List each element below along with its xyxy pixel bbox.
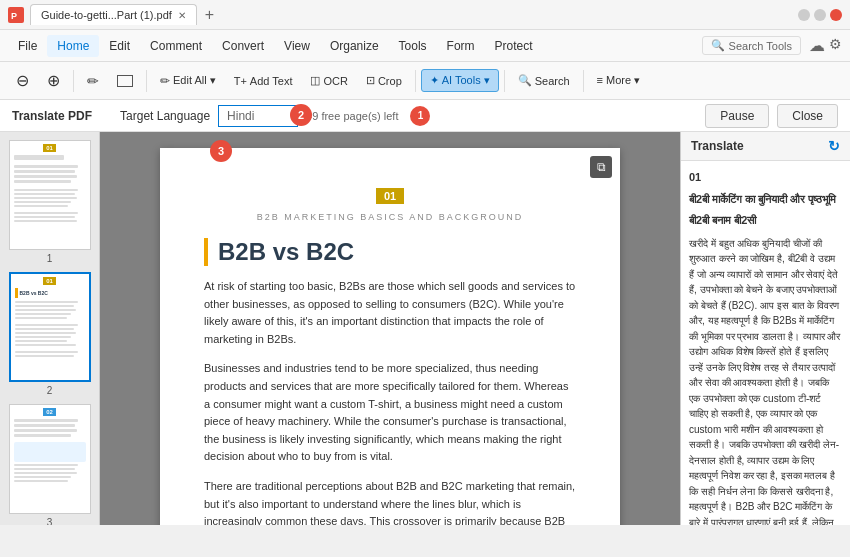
edit-all-icon: ✏ — [160, 74, 170, 88]
menu-home[interactable]: Home — [47, 35, 99, 57]
separator4 — [504, 70, 505, 92]
zoom-out-icon: ⊖ — [16, 71, 29, 90]
page-subtitle: B2B MARKETING BASICS AND BACKGROUND — [204, 212, 576, 222]
trans-content-title1: 01 — [689, 169, 842, 187]
menu-edit[interactable]: Edit — [99, 35, 140, 57]
maximize-button[interactable] — [814, 9, 826, 21]
thumbnail-3[interactable]: 02 3 — [6, 404, 93, 525]
thumb-img-3: 02 — [9, 404, 91, 514]
target-language-input[interactable] — [218, 105, 298, 127]
zoom-in-button[interactable]: ⊕ — [39, 67, 68, 94]
close-translate-button[interactable]: Close — [777, 104, 838, 128]
crop-button[interactable]: ⊡ Crop — [358, 70, 410, 91]
translate-panel-body: 01 बी2बी मार्केटिंग का बुनियादी और पृष्ठ… — [681, 161, 850, 525]
thumbnail-panel: 01 — [0, 132, 100, 525]
translate-bar-title: Translate PDF — [12, 109, 92, 123]
add-text-icon: T+ — [234, 75, 247, 87]
pages-left-label: 49 free page(s) left — [306, 110, 398, 122]
zoom-in-icon: ⊕ — [47, 71, 60, 90]
edit-all-button[interactable]: ✏ Edit All ▾ — [152, 70, 224, 92]
zoom-out-button[interactable]: ⊖ — [8, 67, 37, 94]
search-tools-label: Search Tools — [729, 40, 792, 52]
menubar: File Home Edit Comment Convert View Orga… — [0, 30, 850, 62]
menu-protect[interactable]: Protect — [485, 35, 543, 57]
paragraph-2: Businesses and industries tend to be mor… — [204, 360, 576, 466]
menu-convert[interactable]: Convert — [212, 35, 274, 57]
svg-text:P: P — [11, 11, 17, 21]
menu-view[interactable]: View — [274, 35, 320, 57]
thumbnail-2[interactable]: 01 B2B vs B2C — [6, 272, 93, 396]
markup-button[interactable]: ✏ — [79, 69, 107, 93]
thumb-img-2: 01 B2B vs B2C — [9, 272, 91, 382]
separator — [73, 70, 74, 92]
add-text-button[interactable]: T+ Add Text — [226, 71, 301, 91]
target-language-label: Target Language — [120, 109, 210, 123]
search-tools-icon: 🔍 — [711, 39, 725, 52]
search-icon: 🔍 — [518, 74, 532, 87]
page-tag: 01 — [376, 188, 404, 204]
menu-tools[interactable]: Tools — [389, 35, 437, 57]
thumbnail-1[interactable]: 01 — [6, 140, 93, 264]
toolbar: ⊖ ⊕ ✏ ✏ Edit All ▾ T+ Add Text ◫ OCR ⊡ C… — [0, 62, 850, 100]
thumb-img-1: 01 — [9, 140, 91, 250]
menu-file[interactable]: File — [8, 35, 47, 57]
ai-tools-icon: ✦ — [430, 74, 439, 87]
thumb-label-3: 3 — [47, 517, 53, 525]
translate-panel-header: Translate ↻ — [681, 132, 850, 161]
paragraph-3: There are traditional perceptions about … — [204, 478, 576, 525]
separator2 — [146, 70, 147, 92]
paragraph-1: At risk of starting too basic, B2Bs are … — [204, 278, 576, 348]
separator5 — [583, 70, 584, 92]
translate-panel: Translate ↻ 01 बी2बी मार्केटिंग का बुनिय… — [680, 132, 850, 525]
crop-icon: ⊡ — [366, 74, 375, 87]
search-tools-btn[interactable]: 🔍 Search Tools — [702, 36, 801, 55]
translate-header-label: Translate — [691, 139, 744, 153]
tab-close-icon[interactable]: ✕ — [178, 10, 186, 21]
ai-tools-button[interactable]: ✦ AI Tools ▾ — [421, 69, 499, 92]
menu-comment[interactable]: Comment — [140, 35, 212, 57]
badge-2: 2 — [290, 104, 312, 126]
active-tab[interactable]: Guide-to-getti...Part (1).pdf ✕ — [30, 4, 197, 25]
rectangle-button[interactable] — [109, 71, 141, 91]
ocr-icon: ◫ — [310, 74, 320, 87]
ai-tools-label: AI Tools ▾ — [442, 74, 490, 87]
thumb-label-2: 2 — [47, 385, 53, 396]
menu-organize[interactable]: Organize — [320, 35, 389, 57]
titlebar: P Guide-to-getti...Part (1).pdf ✕ + — [0, 0, 850, 30]
add-text-label: Add Text — [250, 75, 293, 87]
settings-icon[interactable]: ⚙ — [829, 36, 842, 55]
markup-icon: ✏ — [87, 73, 99, 89]
separator3 — [415, 70, 416, 92]
search-button[interactable]: 🔍 Search — [510, 70, 578, 91]
ocr-button[interactable]: ◫ OCR — [302, 70, 355, 91]
badge-1: 1 — [410, 106, 430, 126]
translate-bar: Translate PDF Target Language 49 free pa… — [0, 100, 850, 132]
crop-label: Crop — [378, 75, 402, 87]
menu-form[interactable]: Form — [437, 35, 485, 57]
search-label: Search — [535, 75, 570, 87]
main-layout: 01 — [0, 132, 850, 525]
cloud-icon[interactable]: ☁ — [809, 36, 825, 55]
ocr-label: OCR — [323, 75, 347, 87]
pdf-page: ⧉ 01 B2B MARKETING BASICS AND BACKGROUND… — [160, 148, 620, 525]
section-heading: B2B vs B2C — [204, 238, 576, 266]
window-controls — [798, 9, 842, 21]
tab-title: Guide-to-getti...Part (1).pdf — [41, 9, 172, 21]
close-button[interactable] — [830, 9, 842, 21]
translate-refresh-icon[interactable]: ↻ — [828, 138, 840, 154]
edit-all-label: Edit All ▾ — [173, 74, 216, 87]
trans-content-subtitle: बी2बी बनाम बी2सी — [689, 212, 842, 230]
minimize-button[interactable] — [798, 9, 810, 21]
new-tab-button[interactable]: + — [199, 6, 220, 24]
pause-button[interactable]: Pause — [705, 104, 769, 128]
rectangle-icon — [117, 75, 133, 87]
trans-content-title2: बी2बी मार्केटिंग का बुनियादी और पृष्ठभूम… — [689, 191, 842, 209]
more-label: ≡ More ▾ — [597, 74, 641, 87]
copy-icon[interactable]: ⧉ — [590, 156, 612, 178]
thumb-label-1: 1 — [47, 253, 53, 264]
badge-3: 3 — [210, 140, 232, 162]
more-button[interactable]: ≡ More ▾ — [589, 70, 649, 91]
trans-content-body: खरीदे में बहुत अधिक बुनियादी चीजों की शु… — [689, 236, 842, 525]
pdf-area: 3 ⧉ 01 B2B MARKETING BASICS AND BACKGROU… — [100, 132, 680, 525]
app-icon: P — [8, 7, 24, 23]
